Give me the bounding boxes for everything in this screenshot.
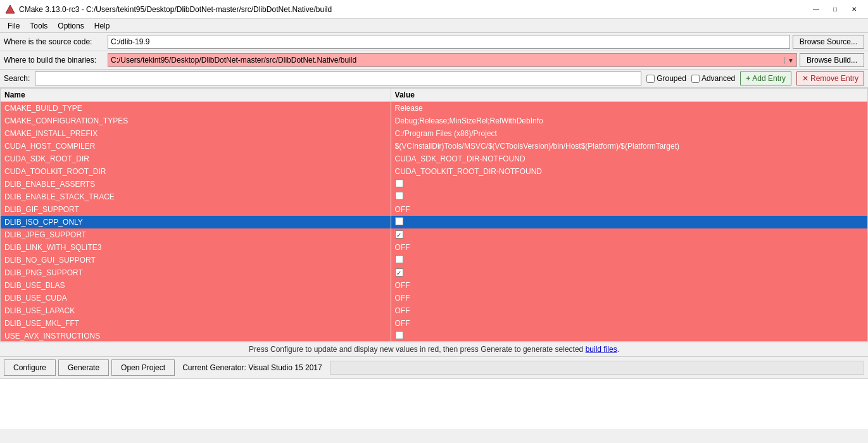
- cell-value: Release: [391, 102, 867, 115]
- cell-name: DLIB_ENABLE_ASSERTS: [1, 178, 391, 190]
- add-entry-button[interactable]: + Add Entry: [740, 72, 791, 85]
- cell-value[interactable]: [391, 254, 867, 266]
- cell-value: C:/Program Files (x86)/Project: [391, 127, 867, 140]
- cell-name: USE_AVX_INSTRUCTIONS: [1, 330, 391, 342]
- table-row[interactable]: DLIB_ENABLE_ASSERTS: [1, 178, 867, 190]
- browse-build-button[interactable]: Browse Build...: [800, 53, 864, 67]
- app-icon: [5, 4, 15, 15]
- maximize-button[interactable]: □: [826, 3, 844, 16]
- table-container[interactable]: Name Value CMAKE_BUILD_TYPEReleaseCMAKE_…: [0, 88, 868, 342]
- cell-value: CUDA_SDK_ROOT_DIR-NOTFOUND: [391, 153, 867, 165]
- table-row[interactable]: CUDA_TOOLKIT_ROOT_DIRCUDA_TOOLKIT_ROOT_D…: [1, 165, 867, 178]
- close-button[interactable]: ✕: [845, 3, 863, 16]
- status-bar: Press Configure to update and display ne…: [0, 342, 868, 356]
- cell-value: OFF: [391, 279, 867, 292]
- status-text-after: .: [617, 345, 619, 354]
- advanced-checkbox-label[interactable]: Advanced: [691, 74, 735, 83]
- cell-value[interactable]: [391, 330, 867, 342]
- menu-bar: File Tools Options Help: [0, 19, 868, 33]
- minimize-button[interactable]: —: [807, 3, 825, 16]
- table-row[interactable]: USE_AVX_INSTRUCTIONS: [1, 330, 867, 342]
- cell-checkbox[interactable]: [395, 230, 403, 239]
- table-row[interactable]: DLIB_USE_LAPACKOFF: [1, 304, 867, 317]
- table-row[interactable]: CMAKE_BUILD_TYPERelease: [1, 102, 867, 115]
- add-entry-label: Add Entry: [752, 74, 786, 83]
- table-row[interactable]: DLIB_ENABLE_STACK_TRACE: [1, 190, 867, 203]
- binaries-dropdown-arrow[interactable]: ▼: [784, 57, 796, 64]
- title-bar: CMake 3.13.0-rc3 - C:/Users/tekint95/Des…: [0, 0, 868, 19]
- table-row[interactable]: DLIB_ISO_CPP_ONLY: [1, 216, 867, 228]
- build-files-link[interactable]: build files: [586, 345, 617, 354]
- binaries-label: Where to build the binaries:: [4, 56, 105, 65]
- cell-value: CUDA_TOOLKIT_ROOT_DIR-NOTFOUND: [391, 165, 867, 178]
- table-row[interactable]: DLIB_NO_GUI_SUPPORT: [1, 254, 867, 266]
- cell-checkbox[interactable]: [395, 217, 403, 225]
- cell-name: CUDA_TOOLKIT_ROOT_DIR: [1, 165, 391, 178]
- search-input[interactable]: [35, 72, 641, 85]
- browse-source-button[interactable]: Browse Source...: [793, 35, 864, 49]
- cell-checkbox[interactable]: [395, 268, 403, 277]
- cell-name: CMAKE_CONFIGURATION_TYPES: [1, 115, 391, 127]
- source-label: Where is the source code:: [4, 37, 105, 46]
- cell-checkbox[interactable]: [395, 179, 403, 187]
- source-input[interactable]: [108, 35, 790, 49]
- configure-button[interactable]: Configure: [4, 359, 56, 376]
- cell-checkbox[interactable]: [395, 331, 403, 339]
- cell-value[interactable]: [391, 228, 867, 241]
- cell-value: OFF: [391, 317, 867, 330]
- cell-name: DLIB_ENABLE_STACK_TRACE: [1, 190, 391, 203]
- table-row[interactable]: CUDA_HOST_COMPILER$(VCInstallDir)Tools/M…: [1, 140, 867, 153]
- cell-checkbox[interactable]: [395, 255, 403, 263]
- menu-tools[interactable]: Tools: [25, 20, 53, 32]
- table-row[interactable]: DLIB_USE_BLASOFF: [1, 279, 867, 292]
- table-row[interactable]: DLIB_GIF_SUPPORTOFF: [1, 203, 867, 216]
- remove-entry-button[interactable]: ✕ Remove Entry: [796, 72, 864, 85]
- cell-value: OFF: [391, 292, 867, 304]
- cell-name: DLIB_USE_LAPACK: [1, 304, 391, 317]
- menu-help[interactable]: Help: [89, 20, 115, 32]
- cell-checkbox[interactable]: [395, 192, 403, 200]
- generator-input[interactable]: [330, 361, 864, 375]
- cell-name: CUDA_HOST_COMPILER: [1, 140, 391, 153]
- open-project-button[interactable]: Open Project: [111, 359, 175, 376]
- table-header-row: Name Value: [1, 89, 867, 102]
- cell-value[interactable]: [391, 178, 867, 190]
- table-row[interactable]: DLIB_USE_CUDAOFF: [1, 292, 867, 304]
- table-row[interactable]: CMAKE_INSTALL_PREFIXC:/Program Files (x8…: [1, 127, 867, 140]
- table-row[interactable]: CMAKE_CONFIGURATION_TYPESDebug;Release;M…: [1, 115, 867, 127]
- cell-name: DLIB_JPEG_SUPPORT: [1, 228, 391, 241]
- binaries-row: Where to build the binaries: C:/Users/te…: [0, 51, 868, 70]
- source-row: Where is the source code: Browse Source.…: [0, 33, 868, 51]
- table-row[interactable]: DLIB_USE_MKL_FFTOFF: [1, 317, 867, 330]
- binaries-value: C:/Users/tekint95/Desktop/DlibDotNet-mas…: [108, 56, 784, 65]
- generate-button[interactable]: Generate: [58, 359, 109, 376]
- col-header-name: Name: [1, 89, 391, 102]
- bottom-toolbar: Configure Generate Open Project Current …: [0, 356, 868, 378]
- col-header-value: Value: [391, 89, 867, 102]
- cell-name: DLIB_ISO_CPP_ONLY: [1, 216, 391, 228]
- cell-value: OFF: [391, 304, 867, 317]
- cell-value[interactable]: [391, 190, 867, 203]
- advanced-checkbox[interactable]: [691, 75, 700, 83]
- table-row[interactable]: CUDA_SDK_ROOT_DIRCUDA_SDK_ROOT_DIR-NOTFO…: [1, 153, 867, 165]
- table-row[interactable]: DLIB_JPEG_SUPPORT: [1, 228, 867, 241]
- grouped-checkbox-label[interactable]: Grouped: [646, 74, 686, 83]
- grouped-label: Grouped: [657, 74, 686, 83]
- menu-options[interactable]: Options: [53, 20, 89, 32]
- table-row[interactable]: DLIB_LINK_WITH_SQLITE3OFF: [1, 241, 867, 254]
- table-row[interactable]: DLIB_PNG_SUPPORT: [1, 266, 867, 279]
- grouped-checkbox[interactable]: [646, 75, 655, 83]
- cell-value: $(VCInstallDir)Tools/MSVC/$(VCToolsVersi…: [391, 140, 867, 153]
- cell-value[interactable]: [391, 266, 867, 279]
- menu-file[interactable]: File: [3, 20, 25, 32]
- output-area[interactable]: [0, 378, 868, 429]
- cell-name: DLIB_USE_BLAS: [1, 279, 391, 292]
- advanced-label: Advanced: [701, 74, 735, 83]
- cell-value[interactable]: [391, 216, 867, 228]
- cell-value: OFF: [391, 241, 867, 254]
- status-text-before: Press Configure to update and display ne…: [249, 345, 586, 354]
- search-row: Search: Grouped Advanced + Add Entry ✕ R…: [0, 70, 868, 88]
- remove-entry-label: Remove Entry: [810, 74, 859, 83]
- add-icon: +: [746, 74, 750, 83]
- table-body: CMAKE_BUILD_TYPEReleaseCMAKE_CONFIGURATI…: [1, 102, 867, 342]
